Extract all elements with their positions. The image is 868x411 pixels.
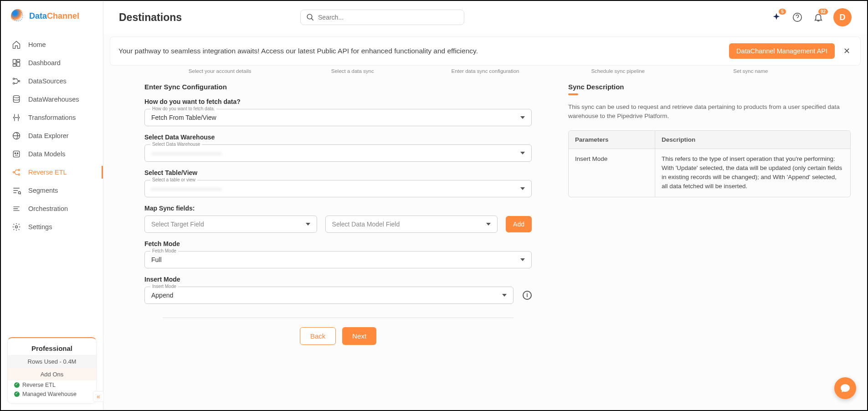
select-value: Append [151,292,173,299]
search-box[interactable] [300,10,464,25]
sidebar-item-transformations[interactable]: Transformations [1,108,103,127]
back-button[interactable]: Back [300,327,336,345]
sidebar-item-dashboard[interactable]: Dashboard [1,54,103,72]
add-mapping-button[interactable]: Add [506,216,532,232]
sidebar-item-label: Transformations [28,114,76,121]
fetch-mode-label: Fetch Mode [144,240,532,247]
svg-point-4 [13,78,15,79]
stepper: Select your account details Select a dat… [103,66,867,74]
next-button[interactable]: Next [342,327,376,345]
plan-card-area: Professional Rows Used - 0.4M Add Ons Re… [1,337,103,410]
sidebar-item-datasources[interactable]: DataSources [1,72,103,90]
transform-icon [12,113,21,122]
sidebar-item-label: Segments [28,187,58,194]
check-icon [14,382,20,388]
svg-point-13 [18,174,20,175]
svg-rect-2 [17,62,20,66]
sidebar-item-label: DataWarehouses [28,96,79,103]
chat-fab-button[interactable] [834,377,856,399]
table-view-select[interactable]: Select a table or view ——————————— [144,180,532,197]
topbar: Destinations 5 92 [103,1,867,34]
sidebar-item-label: Reverse ETL [28,169,67,176]
main: Destinations 5 92 [103,1,867,410]
table-label: Select Table/View [144,169,532,176]
segments-icon [12,186,21,195]
svg-point-6 [18,80,20,82]
chevron-down-icon [306,223,310,226]
step-label: Enter data sync configuration [419,68,551,74]
sidebar-item-reverseetl[interactable]: Reverse ETL [1,163,103,181]
plan-addons-label: Add Ons [8,368,96,380]
map-fields-label: Map Sync fields: [144,205,532,212]
table-row: Insert Mode This refers to the type of i… [569,149,850,197]
chevron-down-icon [520,187,525,190]
sync-description-text: This sync can be used to request and ret… [568,103,851,121]
sidebar-item-label: Home [28,41,46,48]
select-placeholder: Select Data Model Field [332,221,400,228]
sidebar-item-home[interactable]: Home [1,36,103,54]
insert-mode-label: Insert Mode [144,276,532,283]
banner-text: Your pathway to seamless integration awa… [118,47,723,55]
sidebar-collapse-button[interactable]: « [93,391,104,402]
sidebar-item-label: Orchestration [28,205,68,212]
float-label: How do you want to fetch data. [150,106,216,111]
select-value: Fetch From Table/View [151,114,216,121]
svg-point-12 [18,169,20,170]
banner-cta-button[interactable]: DataChannel Management API [729,43,835,59]
divider [163,318,514,318]
sparkle-badge: 5 [779,9,786,15]
fetch-method-select[interactable]: How do you want to fetch data. Fetch Fro… [144,109,532,126]
sidebar-item-settings[interactable]: Settings [1,218,103,236]
logo-mark-icon [11,9,25,23]
banner-close-button[interactable]: ✕ [841,46,852,57]
insert-mode-select[interactable]: Insert Mode Append [144,287,514,304]
sidebar: DataChannel Home Dashboard DataSources D… [1,1,103,410]
announcement-banner: Your pathway to seamless integration awa… [110,36,861,66]
sidebar-item-datawarehouses[interactable]: DataWarehouses [1,90,103,108]
search-input[interactable] [318,14,458,21]
avatar[interactable]: D [833,8,852,26]
target-field-select[interactable]: Select Target Field [144,216,317,233]
sidebar-item-label: Data Explorer [28,132,69,139]
sidebar-item-datamodels[interactable]: Data Models [1,145,103,163]
search-icon [306,13,314,21]
svg-rect-9 [13,151,19,157]
sidebar-item-label: Data Models [28,150,65,158]
chevron-down-icon [520,258,525,261]
plan-card: Professional Rows Used - 0.4M Add Ons Re… [7,337,97,404]
svg-point-5 [13,82,15,84]
float-label: Insert Mode [150,284,178,289]
page-title: Destinations [119,11,182,24]
logo[interactable]: DataChannel [1,1,103,31]
plan-addon-row: Reverse ETL [8,380,96,390]
plan-rows-used: Rows Used - 0.4M [8,355,96,368]
gear-icon [12,222,21,231]
float-label: Fetch Mode [150,248,178,253]
description-column: Sync Description This sync can be used t… [568,83,851,410]
svg-rect-3 [13,64,16,67]
fetch-mode-select[interactable]: Fetch Mode Full [144,251,532,268]
fetch-question-label: How do you want to fetch data? [144,98,532,105]
help-button[interactable] [791,11,803,23]
model-field-select[interactable]: Select Data Model Field [325,216,498,233]
chevron-down-icon [486,223,491,226]
notifications-button[interactable]: 92 [812,11,824,23]
data-warehouse-select[interactable]: Select Data Warehouse ——————————— [144,144,532,162]
info-icon[interactable]: i [523,291,532,300]
models-icon [12,149,21,159]
svg-point-17 [307,14,312,19]
sidebar-item-segments[interactable]: Segments [1,181,103,200]
explorer-icon [12,131,21,140]
svg-point-7 [13,96,19,98]
svg-point-10 [15,153,16,154]
svg-point-14 [13,171,15,173]
float-label: Select Data Warehouse [150,142,202,147]
chevron-down-icon [502,294,507,297]
parameter-table: Parameters Description Insert Mode This … [568,130,851,197]
sidebar-item-label: Settings [28,223,52,231]
ai-assist-button[interactable]: 5 [770,11,782,23]
sidebar-item-orchestration[interactable]: Orchestration [1,200,103,218]
bell-badge: 92 [818,9,828,15]
plan-title: Professional [8,342,96,355]
sidebar-item-dataexplorer[interactable]: Data Explorer [1,127,103,145]
